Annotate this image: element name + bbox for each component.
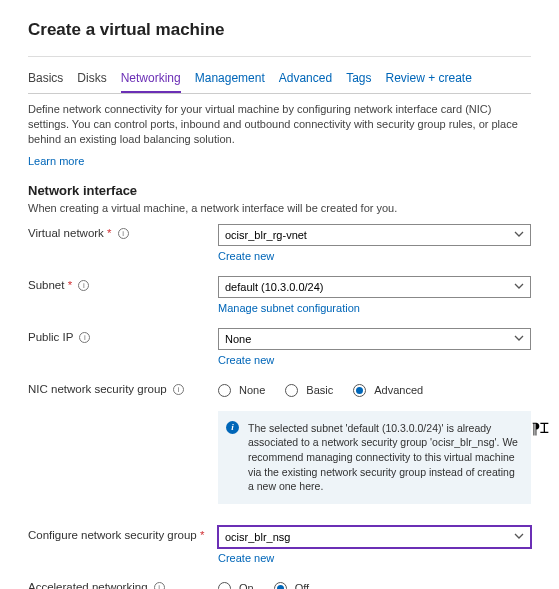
public-ip-create-new[interactable]: Create new xyxy=(218,354,274,366)
accel-radio-on[interactable] xyxy=(218,582,231,589)
config-nsg-create-new[interactable]: Create new xyxy=(218,552,274,564)
config-nsg-select[interactable]: ocisr_blr_nsg xyxy=(218,526,531,548)
nsg-radio-none[interactable] xyxy=(218,384,231,397)
tab-management[interactable]: Management xyxy=(195,67,265,93)
chevron-down-icon xyxy=(514,281,524,293)
nsg-info-text: The selected subnet 'default (10.3.0.0/2… xyxy=(248,422,518,493)
accel-label: Accelerated networking i xyxy=(28,578,218,589)
desc-text: Define network connectivity for your vir… xyxy=(28,103,518,145)
nsg-info-box: i The selected subnet 'default (10.3.0.0… xyxy=(218,411,531,504)
nsg-radio-basic[interactable] xyxy=(285,384,298,397)
tab-description: Define network connectivity for your vir… xyxy=(28,102,531,147)
vnet-value: ocisr_blr_rg-vnet xyxy=(225,229,307,241)
info-icon[interactable]: i xyxy=(79,332,90,343)
info-icon: i xyxy=(226,421,239,434)
learn-more-link[interactable]: Learn more xyxy=(28,155,84,167)
tab-tags[interactable]: Tags xyxy=(346,67,371,93)
accel-radio-off[interactable] xyxy=(274,582,287,589)
page-title: Create a virtual machine xyxy=(28,20,531,40)
info-icon[interactable]: i xyxy=(154,582,165,589)
nic-nsg-label: NIC network security group i xyxy=(28,380,218,395)
nsg-basic-label: Basic xyxy=(306,384,333,396)
info-icon[interactable]: i xyxy=(78,280,89,291)
public-ip-select[interactable]: None xyxy=(218,328,531,350)
vnet-select[interactable]: ocisr_blr_rg-vnet xyxy=(218,224,531,246)
tab-disks[interactable]: Disks xyxy=(77,67,106,93)
subnet-value: default (10.3.0.0/24) xyxy=(225,281,323,293)
manage-subnet-link[interactable]: Manage subnet configuration xyxy=(218,302,360,314)
nsg-advanced-label: Advanced xyxy=(374,384,423,396)
subnet-label: Subnet * i xyxy=(28,276,218,291)
tabs: Basics Disks Networking Management Advan… xyxy=(28,67,531,94)
vnet-create-new[interactable]: Create new xyxy=(218,250,274,262)
section-network-sub: When creating a virtual machine, a netwo… xyxy=(28,202,531,214)
subnet-select[interactable]: default (10.3.0.0/24) xyxy=(218,276,531,298)
public-ip-label: Public IP i xyxy=(28,328,218,343)
divider xyxy=(28,56,531,57)
public-ip-value: None xyxy=(225,333,251,345)
nsg-radio-advanced[interactable] xyxy=(353,384,366,397)
nsg-none-label: None xyxy=(239,384,265,396)
chevron-down-icon xyxy=(514,229,524,241)
vnet-label: Virtual network * i xyxy=(28,224,218,239)
chevron-down-icon xyxy=(514,531,524,543)
text-cursor-icon: ⁋Ꮖ xyxy=(532,420,549,437)
tab-advanced[interactable]: Advanced xyxy=(279,67,332,93)
accel-off-label: Off xyxy=(295,582,309,589)
info-icon[interactable]: i xyxy=(173,384,184,395)
config-nsg-label: Configure network security group * xyxy=(28,526,218,541)
tab-review[interactable]: Review + create xyxy=(386,67,472,93)
accel-on-label: On xyxy=(239,582,254,589)
config-nsg-value: ocisr_blr_nsg xyxy=(225,531,290,543)
chevron-down-icon xyxy=(514,333,524,345)
tab-networking[interactable]: Networking xyxy=(121,67,181,93)
info-icon[interactable]: i xyxy=(118,228,129,239)
tab-basics[interactable]: Basics xyxy=(28,67,63,93)
section-network-interface: Network interface xyxy=(28,183,531,198)
